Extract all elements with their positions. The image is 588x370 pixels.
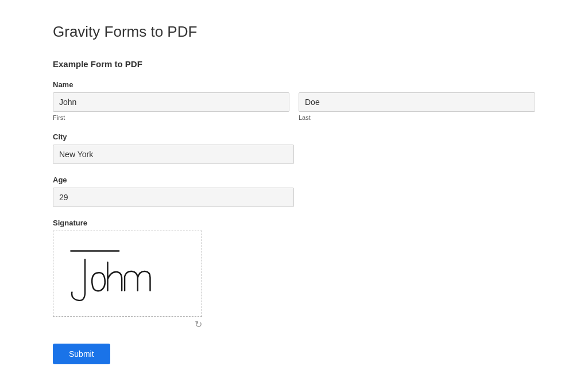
first-name-sublabel: First: [53, 114, 289, 121]
name-label: Name: [53, 80, 535, 89]
city-input[interactable]: [53, 145, 294, 164]
last-name-sublabel: Last: [299, 114, 535, 121]
signature-canvas[interactable]: [53, 231, 202, 317]
signature-svg: [53, 231, 202, 316]
signature-field: Signature ↻: [53, 219, 535, 330]
age-field: Age: [53, 176, 535, 207]
form-title: Example Form to PDF: [53, 59, 535, 69]
age-input[interactable]: [53, 188, 294, 207]
name-row: First Last: [53, 92, 535, 121]
first-name-input[interactable]: [53, 92, 289, 112]
submit-button[interactable]: Submit: [53, 344, 110, 364]
city-field: City: [53, 133, 535, 164]
signature-reset-area: ↻: [53, 319, 202, 330]
last-name-col: Last: [299, 92, 535, 121]
last-name-input[interactable]: [299, 92, 535, 112]
signature-label: Signature: [53, 219, 535, 227]
reset-icon[interactable]: ↻: [195, 319, 202, 330]
city-label: City: [53, 133, 535, 141]
first-name-col: First: [53, 92, 289, 121]
page-title: Gravity Forms to PDF: [53, 23, 535, 41]
page-wrapper: Gravity Forms to PDF Example Form to PDF…: [18, 0, 570, 370]
main-form: Example Form to PDF Name First Last City: [53, 59, 535, 364]
name-field: Name First Last: [53, 80, 535, 121]
age-label: Age: [53, 176, 535, 184]
